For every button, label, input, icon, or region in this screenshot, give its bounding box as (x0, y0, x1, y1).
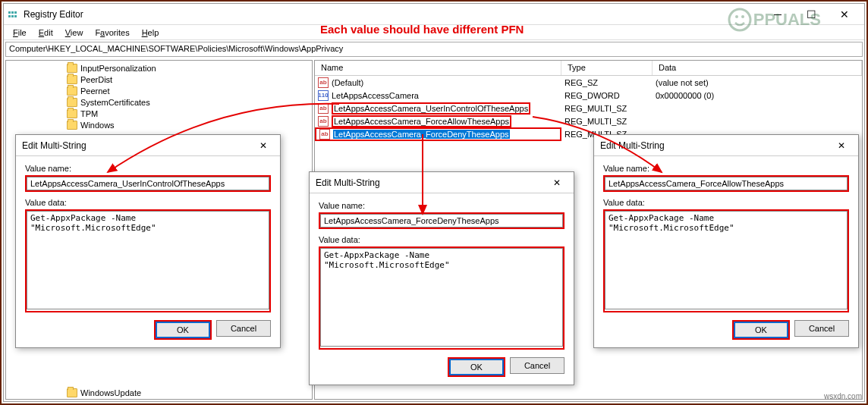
svg-point-8 (741, 15, 744, 18)
watermark: wsxdn.com (824, 392, 862, 400)
list-header: Name Type Data (315, 61, 862, 76)
folder-icon (67, 121, 77, 130)
folder-icon (67, 109, 77, 118)
folder-icon (67, 75, 77, 84)
cancel-button[interactable]: Cancel (510, 357, 565, 374)
window-title: Registry Editor (24, 9, 83, 20)
folder-icon (67, 98, 77, 107)
reg-dword-icon: 110 (318, 90, 329, 101)
svg-point-7 (735, 15, 738, 18)
folder-icon (67, 86, 77, 96)
dialog-close-button[interactable]: ✕ (253, 138, 274, 153)
svg-point-6 (729, 9, 750, 30)
svg-rect-1 (11, 11, 14, 14)
dialog-titlebar[interactable]: Edit Multi-String ✕ (16, 135, 280, 156)
value-name-input[interactable] (320, 214, 563, 228)
value-data-textarea[interactable] (27, 211, 269, 309)
dialog-titlebar[interactable]: Edit Multi-String ✕ (310, 172, 574, 193)
cancel-button[interactable]: Cancel (216, 320, 271, 337)
column-data[interactable]: Data (653, 61, 862, 75)
reg-sz-icon: ab (318, 77, 329, 88)
tree-item[interactable]: WindowsUpdate (67, 388, 141, 397)
tree-item[interactable]: Peernet (67, 85, 312, 96)
cancel-button[interactable]: Cancel (794, 320, 849, 337)
edit-multistring-dialog-1: Edit Multi-String ✕ Value name: Value da… (15, 134, 281, 348)
reg-multisz-icon: ab (318, 116, 329, 127)
value-data-textarea[interactable] (605, 211, 848, 309)
edit-multistring-dialog-2: Edit Multi-String ✕ Value name: Value da… (309, 171, 574, 385)
regedit-icon (7, 8, 19, 20)
folder-icon (67, 388, 77, 397)
tree-item[interactable]: TPM (67, 108, 312, 119)
folder-icon (67, 64, 77, 73)
menu-file[interactable]: File (7, 27, 33, 39)
tree-item[interactable]: PeerDist (67, 74, 312, 85)
svg-rect-0 (8, 11, 11, 14)
ok-button[interactable]: OK (449, 359, 504, 375)
dialog-titlebar[interactable]: Edit Multi-String ✕ (594, 135, 858, 156)
appuals-logo: PPUALS (728, 8, 821, 32)
dialog-close-button[interactable]: ✕ (831, 138, 852, 153)
svg-rect-4 (11, 15, 14, 17)
dialog-close-button[interactable]: ✕ (546, 175, 568, 190)
value-data-label: Value data: (603, 198, 849, 207)
value-name-input[interactable] (27, 177, 269, 190)
value-data-textarea[interactable] (320, 248, 563, 347)
tree-item[interactable]: SystemCertificates (67, 96, 312, 108)
value-data-label: Value data: (319, 235, 565, 244)
reg-multisz-icon: ab (319, 129, 330, 140)
column-type[interactable]: Type (561, 61, 653, 75)
value-name-label: Value name: (603, 164, 849, 173)
svg-rect-3 (8, 15, 11, 17)
ok-button[interactable]: OK (156, 322, 210, 338)
value-name-input[interactable] (605, 177, 848, 190)
reg-multisz-icon: ab (318, 103, 329, 114)
value-data-label: Value data: (25, 198, 271, 207)
list-row[interactable]: abLetAppsAccessCamera_UserInControlOfThe… (315, 102, 862, 115)
address-bar[interactable]: Computer\HKEY_LOCAL_MACHINE\SOFTWARE\Pol… (5, 42, 863, 57)
menu-help[interactable]: Help (136, 27, 165, 39)
svg-rect-5 (14, 15, 17, 17)
tree-item[interactable]: Windows (67, 119, 312, 130)
annotation-text: Each value should have different PFN (320, 23, 524, 36)
close-button[interactable]: ✕ (828, 4, 861, 25)
list-row[interactable]: 110LetAppsAccessCamera REG_DWORD 0x00000… (315, 89, 862, 102)
menu-edit[interactable]: Edit (33, 27, 59, 39)
edit-multistring-dialog-3: Edit Multi-String ✕ Value name: Value da… (593, 134, 859, 348)
value-name-label: Value name: (25, 164, 271, 173)
menu-view[interactable]: View (59, 27, 90, 39)
svg-rect-2 (14, 11, 17, 14)
column-name[interactable]: Name (315, 61, 561, 75)
tree-item[interactable]: InputPersonalization (67, 62, 312, 74)
ok-button[interactable]: OK (734, 322, 788, 338)
value-name-label: Value name: (319, 201, 565, 210)
menu-favorites[interactable]: Favorites (89, 27, 135, 39)
list-row[interactable]: abLetAppsAccessCamera_ForceAllowTheseApp… (315, 115, 862, 127)
list-row[interactable]: ab(Default) REG_SZ (value not set) (315, 76, 862, 89)
